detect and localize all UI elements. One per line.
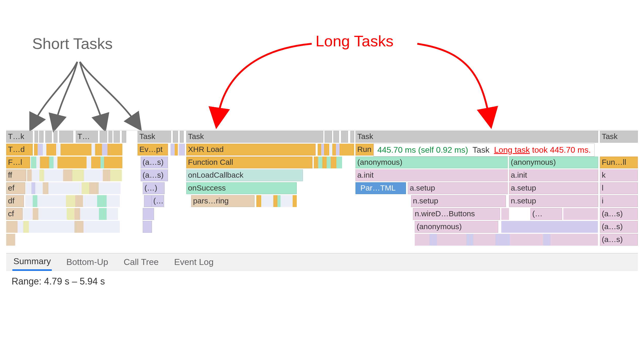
task-block[interactable] [35,131,38,143]
tooltip-long-task-link[interactable]: Long task [494,145,530,154]
flame-block[interactable]: cf [6,208,23,220]
flame-block[interactable]: n.setup [411,195,506,207]
annotation-long-tasks: Long Tasks [316,32,393,50]
tab-event-log[interactable]: Event Log [173,254,215,270]
task-block[interactable]: Task [186,131,323,143]
task-block[interactable]: T…k [6,131,33,143]
flame-row-3: ff (a…s) onLoadCallback a.init a.init k [6,169,638,182]
task-block[interactable]: Task [600,131,638,143]
flame-block[interactable]: (a…s) [141,169,168,181]
flame-row-7: (anonymous) (a…s) [6,220,638,233]
flame-block[interactable]: (a…s) [600,234,638,246]
task-block[interactable] [333,131,339,143]
flame-row-0: T…k T… Task Task Task Task [6,130,638,143]
flame-block[interactable]: ff [6,169,26,181]
task-block[interactable]: Task [355,131,598,143]
flame-row-5: df (… pars…ring n.setup n.setup i [6,195,638,208]
flame-block[interactable]: a.setup [509,182,598,194]
flame-row-4: ef (…) onSuccess Par…TML a.setup a.setup… [6,182,638,195]
flame-block[interactable]: T…d [6,144,33,156]
flame-block[interactable]: (anonymous) [415,221,498,233]
task-block[interactable] [325,131,332,143]
flame-block[interactable]: a.setup [408,182,507,194]
flame-block[interactable]: (a…s) [141,157,168,168]
tab-call-tree[interactable]: Call Tree [123,254,160,270]
flame-block[interactable]: Ev…pt [138,144,168,156]
flame-block[interactable]: (…) [143,182,165,194]
range-label: Range: 4.79 s – 5.94 s [12,276,105,287]
flame-block[interactable]: (anonymous) [355,157,508,168]
task-block[interactable] [45,131,52,143]
flame-block[interactable]: ef [6,182,25,194]
flame-block[interactable]: a.init [355,169,508,181]
task-block[interactable] [54,131,57,143]
tooltip-task-name: Task [472,145,489,154]
task-block[interactable] [180,131,184,143]
task-block[interactable] [39,131,44,143]
task-block[interactable] [173,131,178,143]
flame-block[interactable]: (anonymous) [509,157,598,168]
flame-block[interactable]: n.wireD…Buttons [413,208,500,220]
task-block[interactable] [341,131,348,143]
task-block[interactable] [108,131,112,143]
task-block[interactable]: Task [138,131,171,143]
task-block[interactable] [350,131,354,143]
task-block[interactable] [59,131,73,143]
flame-row-6: cf n.wireD…Buttons (… (a…s) [6,208,638,220]
flame-block[interactable]: Par…TML [355,182,406,194]
flame-block[interactable]: Function Call [186,157,312,168]
flame-block[interactable]: (a…s) [600,208,638,220]
flame-block[interactable]: XHR Load [186,144,316,156]
task-block[interactable] [122,131,126,143]
flame-block[interactable]: (a…s) [600,221,638,233]
tab-summary[interactable]: Summary [12,253,52,271]
task-block[interactable]: T… [76,131,98,143]
flame-row-2: F…l (a…s) Function Call (anonymous) (ano… [6,156,638,169]
tooltip-long-task-text: took 445.70 ms. [530,145,591,154]
flame-block[interactable]: l [600,182,638,194]
tooltip-long-task: 445.70 ms (self 0.92 ms) Task Long task … [374,143,595,157]
flame-block[interactable]: (… [530,208,562,220]
flame-block[interactable]: Fun…ll [600,157,638,168]
flame-block[interactable]: F…l [6,157,30,168]
flame-block[interactable]: a.init [509,169,598,181]
flame-row-8: (a…s) [6,233,638,246]
flame-block[interactable]: df [6,195,24,207]
flame-block[interactable]: onSuccess [186,182,297,194]
task-block[interactable] [114,131,120,143]
flame-block[interactable]: pars…ring [191,195,254,207]
flame-block[interactable]: k [600,169,638,181]
flame-block[interactable] [143,221,152,233]
tab-bottom-up[interactable]: Bottom-Up [65,254,109,270]
task-block[interactable] [100,131,107,143]
annotation-short-tasks: Short Tasks [32,35,113,53]
flame-block[interactable]: i [600,195,638,207]
flame-block[interactable] [143,208,154,220]
flame-block[interactable]: onLoadCallback [186,169,303,181]
flame-block[interactable]: n.setup [509,195,598,207]
tooltip-duration: 445.70 ms (self 0.92 ms) [377,145,468,154]
flame-block[interactable]: (… [151,195,164,207]
details-tabs: Summary Bottom-Up Call Tree Event Log [6,253,638,271]
